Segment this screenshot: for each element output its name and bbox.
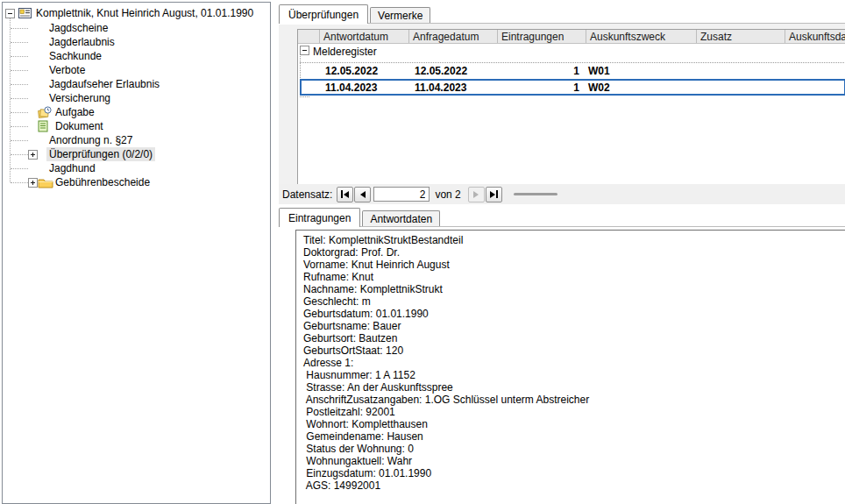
- group-collapse-icon[interactable]: [300, 46, 309, 55]
- ueberpruefungen-tabpage: AntwortdatumAnfragedatumEintragungenAusk…: [279, 24, 845, 204]
- first-record-button[interactable]: [337, 187, 353, 202]
- tree-item-label: Versicherung: [49, 92, 110, 104]
- cell-antwortdatum: 12.05.2022: [320, 65, 409, 77]
- tree-items: JagdscheineJagderlaubnisSachkundeVerbote…: [3, 21, 270, 189]
- grid-row[interactable]: 11.04.202311.04.20231W02: [300, 79, 845, 96]
- expand-icon[interactable]: [28, 150, 38, 160]
- next-arrow: [473, 191, 479, 198]
- eintragungen-detail-panel: Titel: KomplettnikStruktBestandteil Dokt…: [295, 230, 845, 504]
- detail-text: Titel: KomplettnikStruktBestandteil Dokt…: [303, 234, 840, 492]
- tree-item-jagdscheine[interactable]: Jagdscheine: [3, 21, 270, 35]
- tree-branch-line: [11, 126, 28, 127]
- tabstrip-rule: [279, 226, 845, 227]
- tree-item-sachkunde[interactable]: Sachkunde: [3, 49, 270, 63]
- cell-auskunftszweck: W02: [586, 82, 697, 94]
- cell-anfragedatum: 11.04.2023: [409, 82, 498, 94]
- grid-row[interactable]: 12.05.202212.05.20221W01: [300, 62, 845, 79]
- tree-item-label: Überprüfungen (0/2/0): [46, 147, 155, 161]
- tree-item-anordnung-n-27[interactable]: Anordnung n. §27: [3, 133, 270, 147]
- tree-item-dokument[interactable]: Dokument: [3, 119, 270, 133]
- tree-item-label: Sachkunde: [49, 50, 102, 62]
- person-tree-panel: Komplettnik, Knut Heinrich August, 01.01…: [2, 2, 271, 504]
- expand-icon[interactable]: [28, 178, 38, 188]
- next-record-button[interactable]: [468, 187, 485, 202]
- tree-item-gebührenbescheide[interactable]: Gebührenbescheide: [3, 175, 270, 189]
- first-bar: [341, 190, 343, 198]
- tree-branch-line: [11, 70, 28, 71]
- app-window: Komplettnik, Knut Heinrich August, 01.01…: [0, 0, 845, 504]
- tab-vermerke[interactable]: Vermerke: [370, 7, 430, 24]
- column-header-indent[interactable]: [298, 30, 320, 43]
- tree-branch-line: [11, 168, 28, 169]
- bottom-tabstrip: EintragungenAntwortdaten: [279, 207, 845, 227]
- tree-branch-line: [11, 56, 28, 57]
- tree-item-aufgabe[interactable]: Aufgabe: [3, 105, 270, 119]
- tree-root-label: Komplettnik, Knut Heinrich August, 01.01…: [36, 7, 253, 19]
- cell-anfragedatum: 12.05.2022: [409, 65, 498, 77]
- prev-arrow: [360, 191, 366, 198]
- collapse-expander-icon[interactable]: [5, 9, 15, 18]
- column-header-zusatz[interactable]: Zusatz: [697, 30, 785, 43]
- tree-branch-line: [11, 84, 28, 85]
- group-label: Melderegister: [313, 46, 377, 58]
- tree-item-label: Verbote: [49, 64, 85, 76]
- record-navigator: Datensatz: von 2: [279, 184, 845, 204]
- last-arrow: [490, 191, 495, 198]
- record-navigator-label: Datensatz:: [282, 188, 332, 201]
- last-bar: [496, 190, 498, 198]
- column-header-eintragungen[interactable]: Eintragungen: [498, 30, 586, 43]
- record-count-label: von 2: [435, 188, 460, 201]
- cell-antwortdatum: 11.04.2023: [320, 82, 409, 94]
- tree-item-label: Jagdscheine: [49, 22, 108, 34]
- document-icon: [38, 120, 55, 132]
- tab-antwortdaten[interactable]: Antwortdaten: [362, 210, 440, 227]
- current-record-input[interactable]: [373, 187, 430, 202]
- tree-branch-line: [11, 42, 28, 43]
- group-indent-line-end: [300, 96, 309, 97]
- column-header-antwortdatum[interactable]: Antwortdatum: [320, 30, 409, 43]
- grid-header-row: AntwortdatumAnfragedatumEintragungenAusk…: [298, 30, 845, 44]
- column-header-auskunftsdate[interactable]: Auskunftsdate: [785, 30, 845, 43]
- person-record-icon: [18, 8, 32, 18]
- grid-rows: 12.05.202212.05.20221W0111.04.202311.04.…: [300, 62, 845, 96]
- top-tabstrip: ÜberprüfungenVermerke: [279, 0, 845, 24]
- tab-überprüfungen[interactable]: Überprüfungen: [279, 4, 368, 24]
- task-clock-icon: [38, 106, 55, 118]
- tree-item-jagdhund[interactable]: Jagdhund: [3, 161, 270, 175]
- splitter-handle[interactable]: [514, 193, 557, 195]
- cell-auskunftszweck: W01: [586, 65, 697, 77]
- tree-item-label: Gebührenbescheide: [55, 176, 150, 188]
- last-record-button[interactable]: [486, 187, 502, 202]
- tree-item-jagderlaubnis[interactable]: Jagderlaubnis: [3, 35, 270, 49]
- tree-item-label: Jagderlaubnis: [49, 36, 115, 48]
- tree-root-item[interactable]: Komplettnik, Knut Heinrich August, 01.01…: [3, 5, 270, 21]
- tree-branch-line: [11, 28, 28, 29]
- group-row-melderegister[interactable]: Melderegister: [298, 44, 845, 62]
- first-arrow: [344, 191, 349, 198]
- tree-item-versicherung[interactable]: Versicherung: [3, 91, 270, 105]
- tab-eintragungen[interactable]: Eintragungen: [279, 208, 360, 227]
- column-header-auskunftszweck[interactable]: Auskunftszweck: [586, 30, 697, 43]
- tree-item-label: Jagdhund: [49, 162, 96, 174]
- tree-item-jagdaufseher-erlaubnis[interactable]: Jagdaufseher Erlaubnis: [3, 77, 270, 91]
- tree-item-label: Jagdaufseher Erlaubnis: [49, 78, 160, 90]
- results-grid: AntwortdatumAnfragedatumEintragungenAusk…: [297, 29, 845, 186]
- tree-branch-line: [11, 154, 28, 155]
- folder-icon: [38, 177, 55, 188]
- tree-item-label: Dokument: [55, 120, 103, 132]
- column-header-anfragedatum[interactable]: Anfragedatum: [409, 30, 498, 43]
- tree-branch-line: [11, 140, 28, 141]
- tree-item-label: Anordnung n. §27: [49, 134, 132, 146]
- tree-item-überprüfungen-0-2-0[interactable]: Überprüfungen (0/2/0): [3, 147, 270, 161]
- cell-eintragungen: 1: [498, 82, 586, 94]
- tree-item-verbote[interactable]: Verbote: [3, 63, 270, 77]
- tree-branch-line: [11, 112, 28, 113]
- tree-item-label: Aufgabe: [55, 106, 95, 118]
- tree-branch-line: [11, 98, 28, 99]
- tree-branch-line: [11, 182, 28, 183]
- cell-eintragungen: 1: [498, 65, 586, 77]
- previous-record-button[interactable]: [354, 187, 371, 202]
